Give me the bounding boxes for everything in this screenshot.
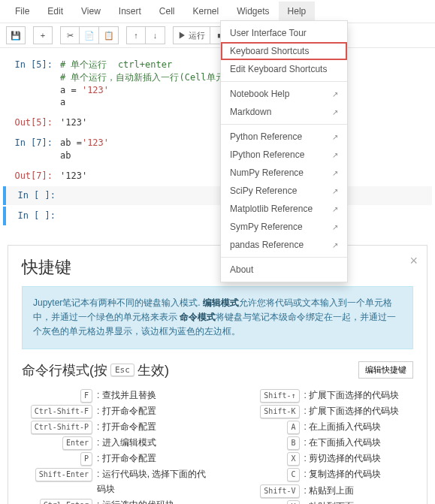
divider [221,124,347,125]
shortcut-keys: Ctrl-Shift-F [22,404,95,418]
shortcut-keys: Ctrl-Shift-P [22,420,95,434]
help-python-ref[interactable]: Python Reference↗ [221,128,347,146]
shortcut-row: X: 剪切选择的代码块 [229,451,414,466]
external-link-icon: ↗ [332,151,338,159]
menu-widgets[interactable]: Widgets [228,2,278,21]
shortcut-keys: Shift-↑ [229,388,303,403]
shortcut-keys: B [229,436,303,450]
section-heading: 命令行模式(按 Esc 生效) [22,361,169,379]
shortcut-row: B: 在下面插入代码块 [229,436,414,450]
help-edit-shortcuts[interactable]: Edit Keyboard Shortcuts [221,60,347,78]
shortcuts-modal: × 快捷键 Jupyter笔记本有两种不同的键盘输入模式. 编辑模式允许您将代码… [8,245,427,504]
modal-alert: Jupyter笔记本有两种不同的键盘输入模式. 编辑模式允许您将代码或文本输入到… [22,286,413,349]
shortcut-row: A: 在上面插入代码块 [229,420,414,434]
menubar: File Edit View Insert Cell Kernel Widget… [0,0,435,23]
help-pandas-ref[interactable]: pandas Reference↗ [221,236,347,254]
menu-help[interactable]: Help [279,2,316,21]
external-link-icon: ↗ [332,133,338,141]
shortcut-desc: : 进入编辑模式 [95,436,207,450]
code-cell[interactable]: In [ ]: [3,207,432,225]
divider [221,81,347,82]
shortcut-desc: : 查找并且替换 [95,388,207,403]
shortcut-desc: : 粘贴到下面 [303,499,414,504]
shortcut-col-left: F: 查找并且替换Ctrl-Shift-F: 打开命令配置Ctrl-Shift-… [22,387,207,504]
help-about[interactable]: About [221,261,347,279]
help-notebook[interactable]: Notebook Help↗ [221,85,347,103]
shortcut-row: Ctrl-Shift-P: 打开命令配置 [22,420,207,434]
menu-insert[interactable]: Insert [110,2,150,21]
divider [221,257,347,258]
move-down-button[interactable]: ↓ [146,26,165,44]
shortcut-desc: : 运行代码块, 选择下面的代码块 [95,467,207,496]
close-icon[interactable]: × [409,253,418,269]
shortcut-desc: : 运行选中的代码块 [95,498,207,504]
shortcut-desc: : 剪切选择的代码块 [303,451,414,466]
menu-kernel[interactable]: Kernel [184,2,228,21]
in-prompt: In [ ]: [6,208,60,224]
shortcut-row: Shift-Enter: 运行代码块, 选择下面的代码块 [22,467,207,496]
code-cell[interactable]: In [7]: ab ='123' ab [3,134,432,165]
edit-shortcuts-button[interactable]: 编辑快捷键 [358,361,413,379]
esc-key: Esc [110,364,134,376]
external-link-icon: ↗ [332,90,338,98]
shortcut-row: C: 复制选择的代码块 [229,467,414,481]
external-link-icon: ↗ [332,223,338,231]
shortcut-keys: P [22,451,95,466]
menu-cell[interactable]: Cell [150,2,184,21]
code-cell[interactable]: In [5]: # 单个运行 ctrl+enter # 单个运行，自动新插入一行… [3,56,432,112]
shortcut-desc: : 扩展下面选择的代码块 [303,404,414,418]
code-cell-selected[interactable]: In [ ]: [3,186,432,205]
shortcut-row: Enter: 进入编辑模式 [22,436,207,450]
shortcut-keys: Enter [22,436,95,450]
paste-button[interactable]: 📋 [99,26,119,44]
out-prompt: Out[7]: [3,168,57,184]
help-markdown[interactable]: Markdown↗ [221,103,347,121]
shortcut-desc: : 打开命令配置 [95,451,207,466]
modal-title: 快捷键 [22,256,413,279]
menu-file[interactable]: File [6,2,38,21]
help-ui-tour[interactable]: User Interface Tour [221,24,347,42]
shortcut-row: P: 打开命令配置 [22,451,207,466]
help-matplotlib-ref[interactable]: Matplotlib Reference↗ [221,200,347,218]
in-prompt: In [ ]: [6,188,60,204]
copy-button[interactable]: 📄 [80,26,99,44]
in-prompt: In [5]: [3,57,57,110]
help-numpy-ref[interactable]: NumPy Reference↗ [221,164,347,182]
shortcut-keys: Ctrl-Enter [22,498,95,504]
run-button[interactable]: ▶ 运行 [173,26,210,44]
shortcut-keys: V [229,499,303,504]
shortcut-row: Shift-V: 粘贴到上面 [229,484,414,498]
shortcut-keys: F [22,388,95,403]
save-button[interactable]: 💾 [6,26,26,44]
shortcut-row: V: 粘贴到下面 [229,499,414,504]
help-keyboard-shortcuts[interactable]: Keyboard Shortcuts [221,42,347,60]
shortcut-col-right: Shift-↑: 扩展下面选择的代码块Shift-K: 扩展下面选择的代码块A:… [229,387,414,504]
move-up-button[interactable]: ↑ [126,26,146,44]
shortcut-desc: : 在下面插入代码块 [303,436,414,450]
shortcut-keys: A [229,420,303,434]
shortcut-row: Shift-K: 扩展下面选择的代码块 [229,404,414,418]
shortcut-row: Shift-↑: 扩展下面选择的代码块 [229,388,414,403]
help-scipy-ref[interactable]: SciPy Reference↗ [221,182,347,200]
notebook-area: In [5]: # 单个运行 ctrl+enter # 单个运行，自动新插入一行… [0,48,435,237]
menu-edit[interactable]: Edit [38,2,72,21]
menu-view[interactable]: View [72,2,110,21]
external-link-icon: ↗ [332,108,338,116]
shortcut-desc: : 扩展下面选择的代码块 [303,388,414,403]
cut-button[interactable]: ✂ [60,26,80,44]
shortcut-row: Ctrl-Shift-F: 打开命令配置 [22,404,207,418]
shortcut-desc: : 打开命令配置 [95,420,207,434]
shortcut-keys: X [229,451,303,466]
in-prompt: In [7]: [3,135,57,164]
shortcut-desc: : 复制选择的代码块 [303,467,414,481]
out-prompt: Out[5]: [3,115,57,131]
help-sympy-ref[interactable]: SymPy Reference↗ [221,218,347,236]
add-cell-button[interactable]: + [33,26,53,44]
output-cell: Out[5]: '123' [3,113,432,132]
external-link-icon: ↗ [332,205,338,213]
output-cell: Out[7]: '123' [3,167,432,186]
shortcut-row: F: 查找并且替换 [22,388,207,403]
shortcut-desc: : 在上面插入代码块 [303,420,414,434]
help-ipython-ref[interactable]: IPython Reference↗ [221,146,347,164]
external-link-icon: ↗ [332,187,338,195]
